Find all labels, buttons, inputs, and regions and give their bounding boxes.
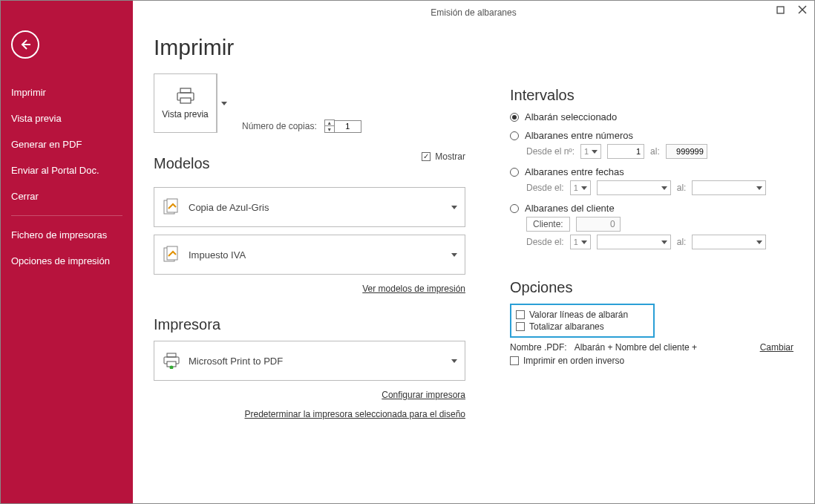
window-close-button[interactable] [796, 4, 808, 16]
modelo-select-1[interactable]: Copia de Azul-Gris [154, 187, 465, 227]
copies-label: Número de copias: [242, 121, 317, 131]
desde-serie-3-select[interactable]: 1 [570, 235, 591, 249]
cliente-value[interactable]: 0 [576, 217, 621, 232]
modelos-title: Modelos [154, 155, 210, 172]
totalizar-label: Totalizar albaranes [529, 321, 604, 332]
modelo-select-2[interactable]: Impuesto IVA [154, 235, 465, 275]
chevron-down-icon [581, 240, 587, 244]
template-icon [162, 197, 181, 217]
sidebar-item-enviar-portal[interactable]: Enviar al Portal Doc. [1, 157, 133, 183]
sidebar-separator [11, 215, 122, 216]
window-title: Emisión de albaranes [133, 1, 814, 24]
configurar-impresora-link[interactable]: Configurar impresora [154, 390, 465, 400]
chevron-down-icon [756, 186, 762, 190]
desde-cliente-label: Desde el: [526, 237, 564, 247]
chevron-down-icon [661, 240, 667, 244]
cambiar-link[interactable]: Cambiar [760, 342, 793, 353]
check-valorar-lineas[interactable]: Valorar líneas de albarán [516, 310, 649, 320]
desde-fecha-3-select[interactable] [597, 235, 671, 249]
radio-icon [510, 204, 519, 213]
svg-rect-5 [180, 88, 191, 93]
mostrar-label: Mostrar [435, 151, 465, 162]
hasta-fecha-3-select[interactable] [692, 235, 766, 249]
hasta-no-input[interactable] [666, 144, 707, 159]
check-totalizar[interactable]: Totalizar albaranes [516, 321, 649, 332]
copies-spinner[interactable]: ▲ ▼ [324, 120, 335, 133]
radio-selected-icon [510, 113, 519, 122]
chevron-down-icon [756, 240, 762, 244]
ver-modelos-link[interactable]: Ver modelos de impresión [154, 284, 465, 294]
modelo-2-label: Impuesto IVA [189, 249, 246, 261]
radio-del-cliente[interactable]: Albaranes del cliente [510, 203, 793, 214]
check-orden-inverso[interactable]: Imprimir en orden inverso [510, 356, 793, 366]
sidebar-item-cerrar[interactable]: Cerrar [1, 183, 133, 209]
opciones-highlight: Valorar líneas de albarán Totalizar alba… [510, 304, 655, 338]
desde-fecha-select[interactable] [597, 180, 671, 195]
al-label-2: al: [677, 183, 687, 193]
radio-entre-fechas[interactable]: Albaranes entre fechas [510, 166, 793, 177]
svg-rect-6 [180, 98, 191, 103]
chevron-down-icon [451, 359, 457, 363]
checkbox-icon [516, 322, 525, 331]
predeterminar-impresora-link[interactable]: Predeterminar la impresora seleccionada … [154, 409, 465, 419]
back-button[interactable] [11, 30, 39, 59]
radio-3-label: Albaranes entre fechas [525, 166, 624, 177]
vista-previa-button[interactable]: Vista previa [154, 73, 217, 133]
chevron-down-icon [221, 102, 227, 105]
checkbox-icon [510, 356, 519, 365]
hasta-fecha-select[interactable] [692, 180, 766, 195]
cliente-label-box[interactable]: Cliente: [526, 217, 570, 232]
svg-rect-0 [777, 7, 784, 13]
copies-input[interactable] [335, 120, 361, 133]
opciones-title: Opciones [510, 279, 793, 296]
spin-up-icon[interactable]: ▲ [325, 120, 334, 126]
mostrar-checkbox[interactable]: ✓ Mostrar [422, 151, 465, 162]
spin-down-icon[interactable]: ▼ [325, 126, 334, 132]
sidebar-item-fichero-impresoras[interactable]: Fichero de impresoras [1, 222, 133, 248]
desde-no-label: Desde el nº: [526, 146, 575, 157]
sidebar-item-opciones-impresion[interactable]: Opciones de impresión [1, 248, 133, 274]
radio-albaran-seleccionado[interactable]: Albarán seleccionado [510, 111, 793, 122]
chevron-down-icon [451, 206, 457, 209]
printer-select[interactable]: Microsoft Print to PDF [154, 341, 465, 381]
al-label-3: al: [677, 237, 687, 247]
printer-name: Microsoft Print to PDF [189, 356, 283, 367]
chevron-down-icon [451, 253, 457, 257]
pdf-name-value: Albarán + Nombre del cliente + [575, 342, 697, 353]
valorar-label: Valorar líneas de albarán [529, 310, 628, 320]
checkbox-icon [516, 310, 525, 319]
checkbox-checked-icon: ✓ [422, 152, 431, 161]
pdf-name-label: Nombre .PDF: [510, 342, 567, 353]
vista-previa-split[interactable] [217, 73, 230, 133]
radio-icon [510, 131, 519, 140]
al-label: al: [650, 146, 660, 157]
chevron-down-icon [592, 150, 598, 154]
modelo-1-label: Copia de Azul-Gris [189, 202, 269, 213]
orden-inverso-label: Imprimir en orden inverso [523, 356, 624, 366]
svg-rect-12 [167, 353, 176, 357]
impresora-title: Impresora [154, 316, 465, 333]
window-restore-button[interactable] [774, 4, 786, 16]
template-icon [162, 245, 181, 264]
chevron-down-icon [661, 186, 667, 190]
sidebar-item-vista-previa[interactable]: Vista previa [1, 105, 133, 131]
radio-4-label: Albaranes del cliente [525, 203, 615, 214]
desde-no-input[interactable] [607, 144, 644, 159]
radio-icon [510, 168, 519, 177]
radio-1-label: Albarán seleccionado [525, 111, 617, 122]
radio-2-label: Albaranes entre números [525, 130, 633, 141]
sidebar-item-imprimir[interactable]: Imprimir [1, 79, 133, 105]
sidebar-item-generar-pdf[interactable]: Generar en PDF [1, 131, 133, 157]
printer-icon [174, 87, 197, 105]
intervalos-title: Intervalos [510, 87, 793, 104]
desde-serie-2-select[interactable]: 1 [570, 180, 591, 195]
vista-previa-label: Vista previa [162, 109, 208, 120]
radio-entre-numeros[interactable]: Albaranes entre números [510, 130, 793, 141]
page-title: Imprimir [154, 35, 793, 60]
chevron-down-icon [581, 186, 587, 190]
desde-fecha-label: Desde el: [526, 183, 564, 193]
sidebar: Imprimir Vista previa Generar en PDF Env… [1, 1, 133, 503]
printer-ready-icon [162, 351, 181, 370]
desde-serie-select[interactable]: 1 [580, 144, 601, 159]
